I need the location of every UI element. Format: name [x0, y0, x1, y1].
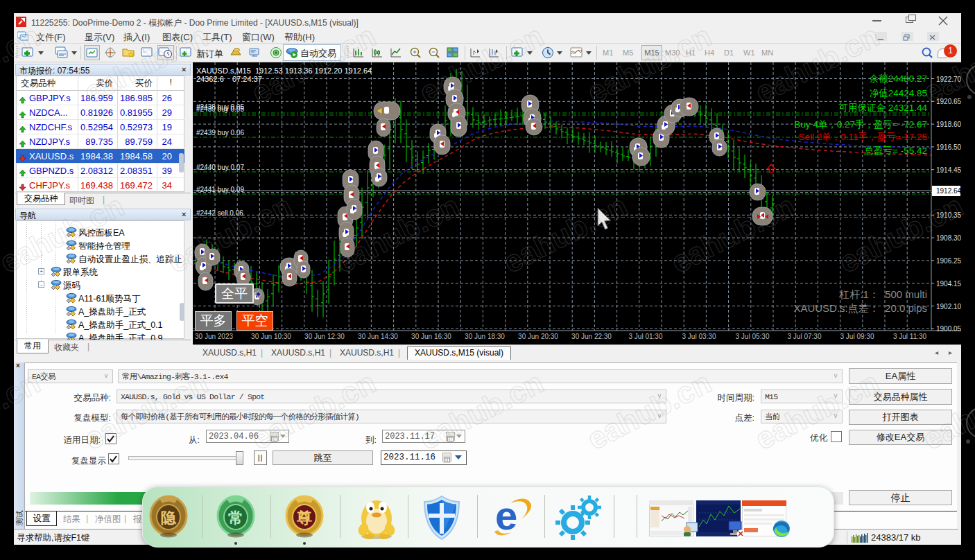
svg-text:1904.15: 1904.15 [936, 280, 961, 288]
svg-text:3 Jul 11:30: 3 Jul 11:30 [893, 333, 927, 340]
svg-text:24362.6 07:24:37: 24362.6 07:24:37 [196, 75, 262, 83]
svg-text:Buy 4单，0.27手，盈亏= -72.67: Buy 4单，0.27手，盈亏= -72.67 [794, 119, 927, 130]
svg-text:#2440 buy 0.07: #2440 buy 0.07 [196, 164, 244, 171]
svg-text:#2441 buy 0.09: #2441 buy 0.09 [196, 186, 244, 193]
svg-text:#2442 sell 0.06: #2442 sell 0.06 [196, 209, 243, 217]
svg-text:#2439 buy 0.06: #2439 buy 0.06 [196, 129, 244, 137]
svg-text:1920.65: 1920.65 [936, 98, 961, 105]
svg-text:30 Jun 12:30: 30 Jun 12:30 [304, 333, 345, 340]
svg-text:30 Jun 10:30: 30 Jun 10:30 [251, 333, 291, 340]
svg-text:常: 常 [228, 509, 243, 527]
svg-text:1922.70: 1922.70 [936, 76, 961, 83]
svg-text:1908.30: 1908.30 [936, 234, 961, 242]
svg-text:Sell 2单，0.11手，盈亏= 17.25: Sell 2单，0.11手，盈亏= 17.25 [799, 132, 927, 142]
svg-text:30 Jun 20:30: 30 Jun 20:30 [518, 333, 558, 340]
svg-text:3 Jul 07:30: 3 Jul 07:30 [788, 333, 822, 340]
svg-text:可用保证金 24321.44: 可用保证金 24321.44 [838, 103, 927, 113]
svg-text:余额24480.27: 余额24480.27 [870, 73, 927, 84]
svg-text:1906.25: 1906.25 [936, 257, 961, 265]
svg-text:3 Jul 05:30: 3 Jul 05:30 [736, 333, 770, 340]
svg-text:3 Jul 01:30: 3 Jul 01:30 [629, 333, 663, 340]
svg-text:1912.64: 1912.64 [936, 187, 961, 195]
svg-text:1914.45: 1914.45 [936, 166, 961, 174]
svg-text:净值24424.85: 净值24424.85 [870, 88, 927, 98]
svg-text:30 Jun 22:30: 30 Jun 22:30 [571, 333, 612, 340]
svg-text:30 Jun 14:30: 30 Jun 14:30 [358, 333, 398, 340]
svg-text:30 Jun 18:30: 30 Jun 18:30 [465, 333, 505, 340]
svg-text:XAUUSD.s:点差： 20.0 pips: XAUUSD.s:点差： 20.0 pips [793, 302, 927, 314]
svg-text:1910.35: 1910.35 [936, 211, 961, 219]
svg-text:1916.50: 1916.50 [936, 143, 961, 151]
svg-text:30 Jun 2023: 30 Jun 2023 [195, 333, 233, 340]
svg-text:尊: 尊 [296, 509, 312, 527]
svg-text:1900.05: 1900.05 [936, 325, 961, 333]
svg-text:#2439 buy 0.05: #2439 buy 0.05 [196, 105, 244, 113]
svg-text:30 Jun 16:30: 30 Jun 16:30 [411, 333, 451, 340]
svg-text:总盈亏= -55.42: 总盈亏= -55.42 [864, 146, 927, 156]
svg-text:1918.60: 1918.60 [936, 121, 961, 128]
svg-text:1902.10: 1902.10 [936, 303, 961, 310]
svg-text:隐: 隐 [161, 509, 177, 527]
svg-text:3 Jul 09:30: 3 Jul 09:30 [840, 333, 874, 340]
svg-text:杠杆:1： 500 multi: 杠杆:1： 500 multi [838, 288, 927, 300]
svg-text:3 Jul 03:30: 3 Jul 03:30 [682, 333, 716, 340]
svg-text:XAUUSD.s,M15 1912.53 1913.36: XAUUSD.s,M15 1912.53 1913.36 1912.20 191… [196, 67, 372, 75]
